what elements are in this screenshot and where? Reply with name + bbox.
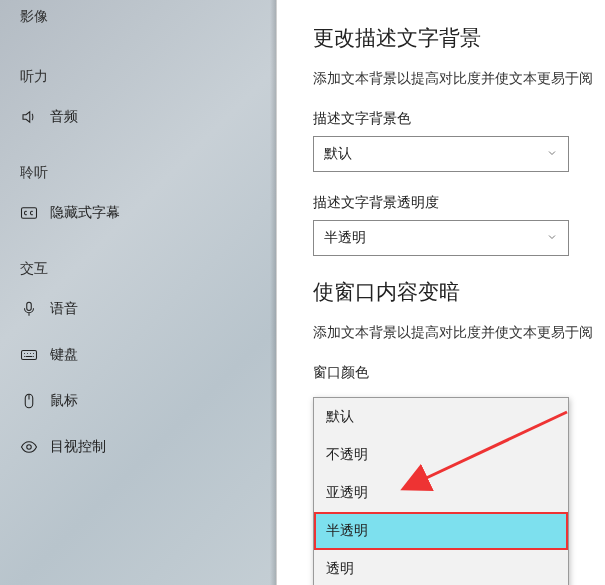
sidebar-group-label: 听力 [20,68,48,84]
select-bgopacity[interactable]: 半透明 [313,220,569,256]
svg-rect-0 [22,208,37,219]
sidebar-group-label: 交互 [20,260,48,276]
sidebar-item-label: 语音 [50,300,78,318]
sidebar-item-keyboard[interactable]: 键盘 [12,332,276,378]
main-content: 更改描述文字背景 添加文本背景以提高对比度并使文本更易于阅 描述文字背景色 默认… [277,0,605,585]
sidebar-group-label: 聆听 [20,164,48,180]
cc-icon [20,204,38,222]
mouse-icon [20,392,38,410]
select-value: 半透明 [324,229,366,247]
svg-rect-2 [22,351,37,360]
sidebar-item-label: 鼠标 [50,392,78,410]
field-label-bgcolor: 描述文字背景色 [313,110,605,128]
dropdown-option[interactable]: 亚透明 [314,474,568,512]
sidebar-item-label: 键盘 [50,346,78,364]
dropdown-option[interactable]: 默认 [314,398,568,436]
sidebar: 影像 听力 音频 聆听 隐藏式字幕 交互 语音 [0,0,277,585]
sidebar-item-label: 目视控制 [50,438,106,456]
dropdown-option-selected[interactable]: 半透明 [314,512,568,550]
sidebar-item-eyecontrol[interactable]: 目视控制 [12,424,276,470]
dropdown-window-opacity[interactable]: 默认 不透明 亚透明 半透明 透明 [313,397,569,585]
sidebar-item-audio[interactable]: 音频 [12,94,276,140]
speaker-icon [20,108,38,126]
field-label-windowcolor: 窗口颜色 [313,364,605,382]
dropdown-option[interactable]: 透明 [314,550,568,585]
sidebar-item-captions[interactable]: 隐藏式字幕 [12,190,276,236]
sidebar-item-label: 隐藏式字幕 [50,204,120,222]
select-value: 默认 [324,145,352,163]
sidebar-item-voice[interactable]: 语音 [12,286,276,332]
sidebar-item-label: 音频 [50,108,78,126]
sidebar-group-listen: 聆听 [12,140,276,190]
sidebar-group-interact: 交互 [12,236,276,286]
mic-icon [20,300,38,318]
sidebar-group-hearing: 听力 [12,34,276,94]
section-title: 更改描述文字背景 [313,24,605,52]
eye-icon [20,438,38,456]
field-label-bgopacity: 描述文字背景透明度 [313,194,605,212]
section-title: 使窗口内容变暗 [313,278,605,306]
keyboard-icon [20,346,38,364]
sidebar-group-label: 影像 [20,8,48,24]
sidebar-group-video: 影像 [12,0,276,34]
select-bgcolor[interactable]: 默认 [313,136,569,172]
svg-point-5 [27,445,32,450]
chevron-down-icon [546,230,558,246]
section-desc: 添加文本背景以提高对比度并使文本更易于阅 [313,70,605,88]
dropdown-option[interactable]: 不透明 [314,436,568,474]
section-desc: 添加文本背景以提高对比度并使文本更易于阅 [313,324,605,342]
chevron-down-icon [546,146,558,162]
svg-rect-1 [27,302,32,310]
sidebar-item-mouse[interactable]: 鼠标 [12,378,276,424]
